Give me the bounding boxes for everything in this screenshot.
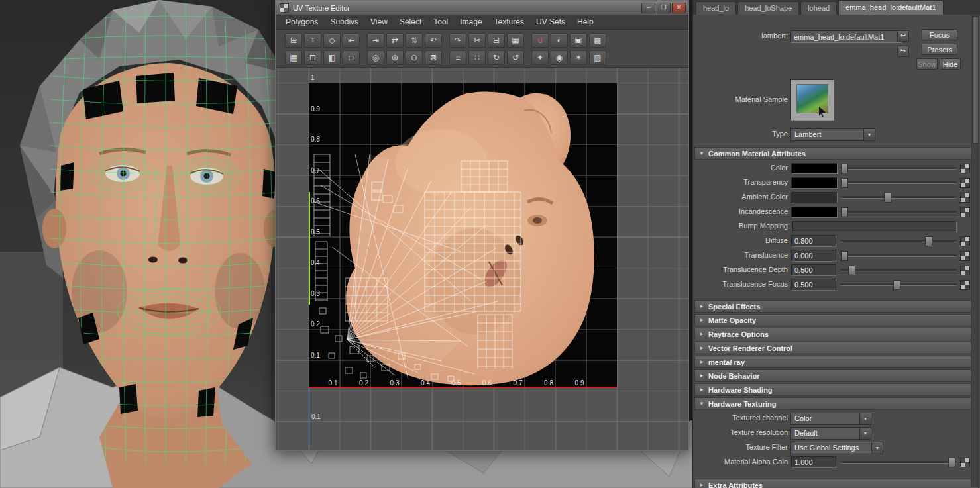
translucence-focus-field[interactable]: 0.500 [791, 279, 836, 291]
add-selected-icon[interactable]: ⊕ [386, 50, 404, 65]
section-hardware-texturing[interactable]: ▼ Hardware Texturing [694, 397, 979, 410]
texture-map-icon[interactable] [960, 178, 970, 188]
presets-button[interactable]: Presets [922, 44, 957, 55]
tab-emma-head-lo-defaultmat1[interactable]: emma_head_lo:defaultMat1 [838, 0, 943, 15]
align-u-min-icon[interactable]: ⇤ [343, 33, 360, 48]
menu-item[interactable]: Tool [427, 15, 454, 29]
menu-item[interactable]: UV Sets [530, 15, 571, 29]
material-type-dropdown[interactable]: Lambert ▼ [790, 128, 875, 141]
tweak-uv-icon[interactable]: + [304, 33, 321, 48]
menu-item[interactable]: Image [454, 15, 488, 29]
bake-texture-icon[interactable]: ✶ [570, 50, 587, 65]
cycle-uvs-icon[interactable]: ↻ [488, 50, 505, 65]
texture-resolution-dropdown[interactable]: Default ▼ [790, 427, 871, 440]
tab-head-lo[interactable]: head_lo [696, 1, 736, 15]
tab-head-loshape[interactable]: head_loShape [737, 1, 799, 15]
remove-selected-icon[interactable]: ⊖ [406, 50, 423, 65]
snap-magnet-icon[interactable]: ∪ [531, 33, 549, 48]
section-header[interactable]: ► Node Behavior [694, 369, 979, 382]
minimize-button[interactable]: – [641, 3, 655, 13]
texture-map-icon[interactable] [960, 458, 970, 467]
texture-map-icon[interactable] [960, 193, 970, 203]
attribute-editor-scrollbar[interactable] [971, 15, 979, 487]
material-alpha-gain-slider[interactable] [840, 457, 957, 467]
textured-channel-dropdown[interactable]: Color ▼ [790, 413, 871, 425]
sew-uv-edges-icon[interactable]: ⊟ [488, 33, 505, 48]
copy-uvs-icon[interactable]: ≡ [449, 50, 466, 65]
flip-v-icon[interactable]: ⇅ [406, 33, 423, 48]
translucence-focus-slider[interactable] [840, 279, 957, 290]
menu-item[interactable]: Textures [488, 15, 530, 29]
translucence-depth-field[interactable]: 0.500 [791, 264, 836, 276]
bump-mapping-field[interactable] [792, 221, 957, 232]
translucence-depth-slider[interactable] [840, 265, 957, 275]
slider-handle[interactable] [841, 207, 848, 217]
texture-map-icon[interactable] [960, 251, 970, 261]
slider-handle[interactable] [841, 164, 848, 173]
output-connection-icon[interactable]: ↪ [897, 46, 909, 57]
translucence-slider[interactable] [840, 250, 957, 261]
translucence-field[interactable]: 0.000 [791, 250, 836, 262]
texture-map-icon[interactable] [960, 236, 970, 246]
slider-handle[interactable] [925, 236, 932, 246]
material-alpha-gain-field[interactable]: 1.000 [791, 456, 836, 468]
texture-map-icon[interactable] [960, 266, 970, 275]
slider-handle[interactable] [884, 193, 891, 203]
section-header[interactable]: ► Special Effects [694, 300, 979, 313]
show-button[interactable]: Show [916, 58, 938, 70]
section-header[interactable]: ► Matte Opacity [694, 314, 979, 326]
slider-handle[interactable] [848, 266, 855, 275]
color-slider[interactable] [840, 163, 957, 173]
section-header[interactable]: ► Vector Renderer Control [694, 342, 979, 354]
paste-uvs-icon[interactable]: ∷ [468, 50, 486, 65]
color-swatch[interactable] [791, 163, 838, 174]
focus-button[interactable]: Focus [922, 29, 957, 40]
isolate-select-icon[interactable]: ◎ [367, 50, 384, 65]
hide-button[interactable]: Hide [940, 58, 961, 70]
rotate-ccw-icon[interactable]: ↶ [425, 33, 442, 48]
select-uv-shell-icon[interactable]: ◇ [323, 33, 341, 48]
menu-item[interactable]: View [364, 15, 394, 29]
ambient-color-slider[interactable] [840, 192, 957, 203]
slider-handle[interactable] [841, 251, 848, 261]
uv-canvas[interactable]: 10.90.80.70.60.50.40.30.20.1 0.10.20.30.… [276, 68, 688, 450]
input-connection-icon[interactable]: ↩ [897, 30, 909, 42]
texture-map-icon[interactable] [960, 164, 970, 173]
texture-map-icon[interactable] [960, 280, 970, 290]
uv-border-edges-icon[interactable]: □ [343, 50, 360, 65]
section-common-material-attributes[interactable]: ▼ Common Material Attributes [694, 147, 979, 160]
transparency-slider[interactable] [840, 177, 957, 188]
texture-filter-dropdown[interactable]: Use Global Settings ▼ [790, 442, 883, 454]
slider-handle[interactable] [841, 178, 848, 188]
display-image-icon[interactable]: ▣ [570, 33, 587, 48]
menu-item[interactable]: Polygons [280, 15, 324, 29]
scrollbar-thumb[interactable] [972, 17, 979, 144]
rotate-cw-icon[interactable]: ↷ [449, 33, 466, 48]
section-header[interactable]: ► Raytrace Options [694, 328, 979, 340]
tab-lohead[interactable]: lohead [800, 1, 837, 15]
section-header[interactable]: ► Hardware Shading [694, 383, 979, 396]
material-sample-swatch[interactable] [790, 79, 834, 121]
shaded-uv-display-icon[interactable]: ◧ [323, 50, 341, 65]
section-header[interactable]: ► mental ray [694, 356, 979, 368]
ambient-color-swatch[interactable] [791, 192, 838, 203]
uv-snapshot-icon[interactable]: ⊠ [425, 50, 442, 65]
grid-icon[interactable]: ▦ [285, 50, 302, 65]
update-psd-icon[interactable]: ✦ [531, 50, 549, 65]
align-u-max-icon[interactable]: ⇥ [367, 33, 384, 48]
uv-window-titlebar[interactable]: UV Texture Editor – ❐ ✕ [276, 1, 688, 15]
layout-uvs-icon[interactable]: ▦ [507, 33, 524, 48]
move-uv-lattice-icon[interactable]: ⊞ [285, 33, 302, 48]
incandescence-slider[interactable] [840, 207, 957, 217]
incandescence-swatch[interactable] [791, 207, 838, 218]
menu-item[interactable]: Help [571, 15, 600, 29]
texture-map-icon[interactable] [960, 207, 970, 217]
force-editor-texture-icon[interactable]: ◉ [551, 50, 568, 65]
pixel-snap-icon[interactable]: ⊡ [304, 50, 321, 65]
checker-display-icon[interactable]: ▩ [589, 33, 606, 48]
maximize-button[interactable]: ❐ [657, 3, 671, 13]
node-name-field[interactable] [790, 30, 902, 43]
section-extra-attributes[interactable]: ► Extra Attributes [694, 479, 979, 488]
cut-uv-edges-icon[interactable]: ✂ [468, 33, 486, 48]
diffuse-field[interactable]: 0.800 [791, 235, 836, 247]
